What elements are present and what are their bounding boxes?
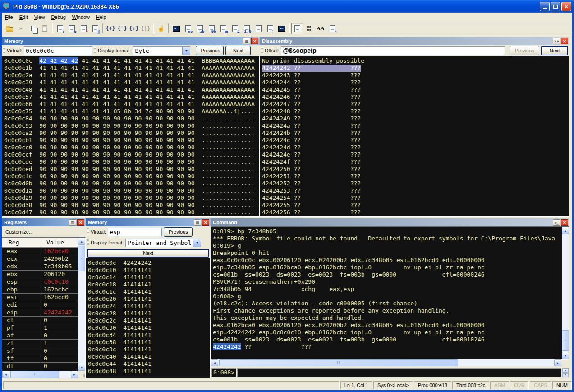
virtual-address-input[interactable] xyxy=(24,46,92,55)
register-row-pf[interactable]: pf1 xyxy=(2,324,78,332)
register-row-ebp[interactable]: ebp162bcbc xyxy=(2,286,78,294)
call-stack-window-button[interactable] xyxy=(229,23,241,34)
resize-grip-icon[interactable]: ⠿ xyxy=(78,371,85,378)
memory2-content[interactable]: 0c0c0c0c 424242420c0c0c10 414141410c0c0c… xyxy=(86,258,211,378)
toolbar-gripper[interactable] xyxy=(87,239,89,246)
register-row-eip[interactable]: eip42424242 xyxy=(2,309,78,317)
disassembly-pane-titlebar[interactable]: Disassembly 1.0 × xyxy=(260,37,569,45)
scroll-right-icon[interactable]: ► xyxy=(554,359,561,366)
close-button[interactable]: × xyxy=(561,2,571,11)
maximize-button[interactable] xyxy=(551,2,560,11)
menu-file[interactable]: File xyxy=(2,13,16,21)
options-button[interactable] xyxy=(326,23,338,34)
scroll-up-icon[interactable]: ▲ xyxy=(562,227,569,234)
register-row-esp[interactable]: espc0c0c10 xyxy=(2,278,78,286)
spin-down-icon[interactable]: ▼ xyxy=(562,373,569,378)
registers-vscroll-thumb[interactable]: ≡ xyxy=(78,246,85,271)
memory2-next-button[interactable]: Next xyxy=(87,249,209,258)
scratch-pad-window-button[interactable] xyxy=(253,23,264,34)
command-hscroll-thumb[interactable]: ⦀⦀ xyxy=(219,359,458,366)
go-button[interactable] xyxy=(54,23,66,34)
toolbar-gripper[interactable] xyxy=(87,228,89,235)
command-vscrollbar[interactable]: ▲ ≡ ▼ xyxy=(562,227,569,359)
register-row-sf[interactable]: sf0 xyxy=(2,347,78,355)
break-hand-button[interactable]: ☝ xyxy=(155,23,167,34)
command-input[interactable] xyxy=(237,368,561,377)
open-source-file-button[interactable] xyxy=(4,23,15,34)
command-pane-titlebar[interactable]: Command >_ × xyxy=(211,218,569,226)
register-row-eax[interactable]: eax162bca0 xyxy=(2,248,78,255)
restart-button[interactable] xyxy=(66,23,78,34)
register-row-ebx[interactable]: ebx206120 xyxy=(2,271,78,278)
command-content[interactable]: 0:019> bp 7c348b05*** ERROR: Symbol file… xyxy=(211,226,569,360)
command-pane-close-icon[interactable]: × xyxy=(561,219,568,226)
registers-pane-titlebar[interactable]: Registers ▥ × xyxy=(2,218,86,226)
memory2-pane-close-icon[interactable]: × xyxy=(202,219,209,226)
menu-view[interactable]: View xyxy=(31,13,48,21)
processes-window-button[interactable] xyxy=(264,23,276,34)
register-row-af[interactable]: af0 xyxy=(2,332,78,340)
registers-window-button[interactable] xyxy=(206,23,217,34)
scroll-down-icon[interactable]: ▼ xyxy=(562,352,569,359)
step-over-button[interactable]: {¯} xyxy=(116,23,128,34)
register-row-zf[interactable]: zf1 xyxy=(2,340,78,347)
spin-up-icon[interactable]: ▲ xyxy=(562,368,569,373)
scroll-left-icon[interactable]: ◄ xyxy=(2,371,9,378)
register-row-cf[interactable]: cf0 xyxy=(2,317,78,324)
memory-pane-close-icon[interactable]: × xyxy=(251,38,258,44)
memory2-pane-dock-icon[interactable]: ▦ xyxy=(194,219,201,226)
step-into-button[interactable]: {+} xyxy=(105,23,116,34)
step-out-button[interactable]: {↑} xyxy=(128,23,140,34)
scroll-up-icon[interactable]: ▲ xyxy=(78,238,85,245)
menu-debug[interactable]: Debug xyxy=(48,13,69,21)
command-browser-window-button[interactable]: >- xyxy=(276,23,288,34)
memory-window-button[interactable] xyxy=(217,23,229,34)
memory2-format-select[interactable]: Pointer and Symbol ▼ xyxy=(125,239,201,247)
break-button[interactable] xyxy=(89,23,101,34)
minimize-button[interactable] xyxy=(540,2,550,11)
scroll-down-icon[interactable]: ▼ xyxy=(78,364,85,371)
command-vscroll-thumb[interactable]: ≡ xyxy=(562,330,569,351)
memory-next-button[interactable]: Next xyxy=(225,46,251,55)
menu-help[interactable]: Help xyxy=(93,13,110,21)
source-mode-on-button[interactable] xyxy=(291,23,303,34)
watch-window-button[interactable] xyxy=(182,23,194,34)
stop-debugging-button[interactable] xyxy=(78,23,89,34)
font-button[interactable]: AA xyxy=(315,23,326,34)
memory2-previous-button[interactable]: Previous xyxy=(164,227,193,237)
register-row-edi[interactable]: edi0 xyxy=(2,301,78,309)
registers-hscrollbar[interactable]: ◄ ⦀ ► xyxy=(2,371,78,378)
register-row-ecx[interactable]: ecx24200b2 xyxy=(2,255,78,263)
register-row-df[interactable]: df0 xyxy=(2,363,78,370)
memory2-virtual-input[interactable] xyxy=(108,228,162,236)
toolbar-gripper[interactable] xyxy=(261,47,263,54)
menu-window[interactable]: Window xyxy=(69,13,93,21)
disassembly-pane-dock-icon[interactable]: 1.0 xyxy=(553,38,560,44)
command-window-button[interactable]: >_ xyxy=(170,23,182,34)
memory-pane-dock-icon[interactable]: ▦ xyxy=(243,38,250,44)
scroll-right-icon[interactable]: ► xyxy=(71,371,78,378)
registers-hscroll-thumb[interactable]: ⦀ xyxy=(10,371,59,378)
scroll-left-icon[interactable]: ◄ xyxy=(211,359,218,366)
locals-window-button[interactable] xyxy=(194,23,206,34)
toolbar-gripper[interactable] xyxy=(94,47,96,54)
disassembly-window-button[interactable] xyxy=(241,23,253,34)
memory1-content[interactable]: 0c0c0c0c 42 42 42 42 41 41 41 41 41 41 4… xyxy=(2,56,260,217)
memory-previous-button[interactable]: Previous xyxy=(196,46,224,55)
menu-edit[interactable]: Edit xyxy=(16,13,31,21)
command-pane-dock-icon[interactable]: >_ xyxy=(553,219,560,226)
disasm-content[interactable]: No prior disassembly possible42424242 ??… xyxy=(260,56,569,217)
customize-button[interactable]: Customize... xyxy=(2,226,86,237)
copy-button[interactable] xyxy=(27,23,39,34)
memory2-pane-titlebar[interactable]: Memory ▦ × xyxy=(86,218,211,226)
command-hscrollbar[interactable]: ◄ ⦀⦀ ► xyxy=(211,359,561,366)
window-titlebar[interactable]: Pid 3608 - WinDbg:6.2.9200.16384 X86 × xyxy=(0,0,574,13)
offset-input[interactable] xyxy=(281,46,505,55)
registers-pane-dock-icon[interactable]: ▥ xyxy=(69,219,76,226)
toolbar-gripper[interactable] xyxy=(3,47,5,54)
registers-rows[interactable]: eax162bca0ecx24200b2edx7c348b05ebx206120… xyxy=(2,248,78,371)
source-mode-off-button[interactable]: 101 101 xyxy=(303,23,315,34)
display-format-select[interactable]: Byte ▼ xyxy=(133,46,190,55)
registers-pane-close-icon[interactable]: × xyxy=(77,219,84,226)
register-row-esi[interactable]: esi162bcd0 xyxy=(2,294,78,301)
